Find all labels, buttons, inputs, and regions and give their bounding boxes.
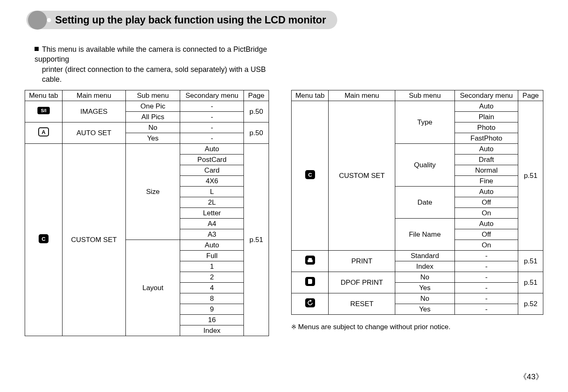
th-main-menu: Main menu [329,90,395,101]
main-menu-cell: PRINT [329,251,395,272]
intro-paragraph: This menu is available while the camera … [35,44,281,84]
main-menu-cell: CUSTOM SET [329,101,395,251]
secondary-menu-cell: - [454,251,518,261]
sub-menu-cell: All Pics [126,112,180,122]
secondary-menu-cell: Auto [454,219,518,229]
svg-text:S/I: S/I [41,108,46,113]
secondary-menu-cell: - [454,283,518,293]
sub-menu-cell: Yes [126,133,180,144]
table-row: S/I IMAGES One Pic - p.50 [25,101,269,112]
secondary-menu-cell: Auto [454,144,518,154]
page-cell: p.50 [244,122,269,144]
asterisk-icon: ※ [291,323,297,330]
sub-menu-cell: Size [126,144,180,240]
table-header-row: Menu tab Main menu Sub menu Secondary me… [25,90,269,101]
th-page: Page [244,90,269,101]
secondary-menu-cell: Off [454,197,518,208]
secondary-menu-cell: Auto [180,144,244,154]
secondary-menu-cell: - [180,133,244,144]
right-column: Menu tab Main menu Sub menu Secondary me… [291,90,543,331]
page-title: Setting up the play back function using … [55,14,326,25]
menu-tab-cell: S/I [25,101,63,122]
secondary-menu-cell: Card [180,165,244,176]
secondary-menu-cell: Auto [454,101,518,112]
title-bar: Setting up the play back function using … [26,11,543,33]
si-icon: S/I [37,107,50,114]
secondary-menu-cell: On [454,208,518,219]
main-menu-cell: AUTO SET [62,122,125,144]
secondary-menu-cell: Draft [454,154,518,165]
page-cell: p.51 [518,272,543,293]
page: Setting up the play back function using … [0,0,568,392]
secondary-menu-cell: - [180,112,244,122]
sub-menu-cell: Type [395,101,455,144]
th-sub-menu: Sub menu [126,90,180,101]
secondary-menu-cell: 2 [180,272,244,283]
secondary-menu-cell: 1 [180,261,244,272]
table-row: A AUTO SET No - p.50 [25,122,269,133]
secondary-menu-cell: L [180,187,244,197]
main-menu-cell: RESET [329,293,395,315]
main-menu-cell: CUSTOM SET [62,144,125,336]
secondary-menu-cell: - [454,293,518,304]
th-secondary-menu: Secondary menu [454,90,518,101]
th-menu-tab: Menu tab [25,90,63,101]
reset-icon [305,298,315,308]
intro-line-2: printer (direct connection to the camera… [42,65,281,85]
menu-tab-cell [291,251,329,272]
secondary-menu-cell: PostCard [180,154,244,165]
secondary-menu-cell: 9 [180,304,244,315]
sub-menu-cell: No [126,122,180,133]
title-circle-decor [28,11,47,30]
secondary-menu-cell: 2L [180,197,244,208]
table-row: C CUSTOM SET Type Auto p.51 [291,101,543,112]
main-menu-cell: DPOF PRINT [329,272,395,293]
menu-tab-cell [291,272,329,293]
page-number: 《43》 [519,371,543,382]
svg-text:C: C [308,172,312,178]
tables-area: Menu tab Main menu Sub menu Secondary me… [25,90,543,336]
secondary-menu-cell: On [454,240,518,251]
sub-menu-cell: Standard [395,251,455,261]
autoset-icon: A [38,127,49,136]
title-dot-decor [47,18,51,22]
footnote-text: Menus are subject to change without prio… [298,323,450,331]
secondary-menu-cell: 16 [180,315,244,325]
secondary-menu-cell: Photo [454,122,518,133]
secondary-menu-cell: - [454,261,518,272]
customset-icon: C [38,234,49,244]
th-menu-tab: Menu tab [291,90,329,101]
secondary-menu-cell: A3 [180,229,244,240]
menu-tab-cell [291,293,329,315]
secondary-menu-cell: - [180,101,244,112]
secondary-menu-cell: 4X6 [180,176,244,187]
secondary-menu-cell: - [180,122,244,133]
sub-menu-cell: No [395,293,455,304]
secondary-menu-cell: - [454,304,518,315]
th-sub-menu: Sub menu [395,90,455,101]
print-icon [305,255,315,265]
menu-tab-cell: A [25,122,63,144]
secondary-menu-cell: Off [454,229,518,240]
svg-text:A: A [42,129,46,135]
right-table: Menu tab Main menu Sub menu Secondary me… [291,90,543,315]
sub-menu-cell: Layout [126,240,180,336]
page-cell: p.51 [244,144,269,336]
secondary-menu-cell: Fine [454,176,518,187]
secondary-menu-cell: FastPhoto [454,133,518,144]
secondary-menu-cell: 4 [180,283,244,293]
secondary-menu-cell: Letter [180,208,244,219]
sub-menu-cell: No [395,272,455,283]
sub-menu-cell: Index [395,261,455,272]
secondary-menu-cell: 8 [180,293,244,304]
bullet-icon [35,47,39,51]
table-row: PRINT Standard - p.51 [291,251,543,261]
secondary-menu-cell: - [454,272,518,283]
sub-menu-cell: Date [395,187,455,219]
secondary-menu-cell: Auto [454,187,518,197]
table-row: C CUSTOM SET Size Auto p.51 [25,144,269,154]
title-pill: Setting up the play back function using … [26,11,337,29]
secondary-menu-cell: Index [180,325,244,336]
table-header-row: Menu tab Main menu Sub menu Secondary me… [291,90,543,101]
intro-line-1: This menu is available while the camera … [35,45,267,63]
